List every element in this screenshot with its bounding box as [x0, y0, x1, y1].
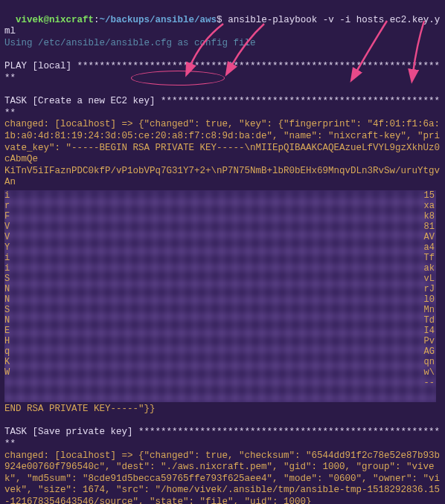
prompt-at: @: [44, 15, 50, 25]
task-save-header: TASK [Save private key] ****************…: [4, 427, 441, 450]
changed-output-1: changed: [localhost] => {"changed": true…: [4, 119, 441, 166]
censored-first-line: KiTnV5iIFaznPDC0kfP/vP1obVPq7G31Y7+2+\nP…: [4, 166, 441, 189]
censored-left-chars: i r F V V Y i i S N N S N E H q K W: [4, 190, 12, 402]
end-private-key: END RSA PRIVATE KEY-----"}}: [4, 404, 441, 416]
config-file-line: Using /etc/ansible/ansible.cfg as config…: [4, 38, 441, 50]
blank1: [4, 50, 441, 62]
prompt-user: vivek: [16, 15, 44, 25]
prompt-line-1: vivek@nixcraft:~/backups/ansible/aws$ an…: [4, 3, 441, 38]
blank2: [4, 84, 441, 96]
prompt-host: nixcraft: [49, 15, 94, 25]
play-local-header: PLAY [local] ***************************…: [4, 61, 441, 84]
censored-right-chars: 15 xa k8 81 AV a4 Tf ak vL rJ l0 Mn Td I…: [421, 190, 435, 402]
blank3: [4, 416, 441, 427]
changed2-prefix: changed: [localhost] =>: [4, 450, 138, 461]
prompt-colon: :: [94, 15, 100, 25]
private-key-censored: i r F V V Y i i S N N S N E H q K W 15 x…: [4, 190, 436, 402]
task-create-header: TASK [Create a new EC2 key] ************…: [4, 96, 441, 119]
changed1-prefix: changed: [localhost] =>: [4, 119, 138, 129]
changed-output-2: changed: [localhost] => {"changed": true…: [4, 450, 441, 505]
prompt-dollar: $: [217, 15, 222, 25]
prompt-path: ~/backups/ansible/aws: [100, 15, 217, 25]
